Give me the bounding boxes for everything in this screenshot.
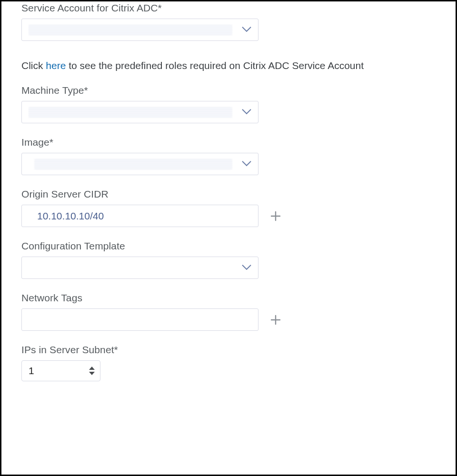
- label-service-account: Service Account for Citrix ADC*: [21, 2, 436, 14]
- chevron-down-icon: [242, 160, 251, 166]
- stepper-down-icon: [89, 371, 95, 376]
- value-origin-cidr: 10.10.10.10/40: [29, 210, 104, 222]
- label-image: Image*: [21, 137, 436, 148]
- label-network-tags: Network Tags: [21, 292, 436, 304]
- helper-prefix: Click: [21, 60, 46, 71]
- redacted-value: [29, 25, 232, 35]
- field-machine-type: Machine Type*: [21, 85, 436, 123]
- redacted-value: [29, 107, 232, 118]
- select-service-account[interactable]: [21, 19, 258, 41]
- label-origin-cidr: Origin Server CIDR: [21, 188, 436, 200]
- chevron-down-icon: [242, 109, 251, 114]
- input-network-tags[interactable]: [21, 308, 258, 331]
- select-image[interactable]: [21, 153, 258, 175]
- chevron-down-icon: [242, 264, 251, 270]
- add-tag-button[interactable]: [270, 314, 281, 326]
- field-network-tags: Network Tags: [21, 292, 436, 331]
- form-panel: Service Account for Citrix ADC* Click he…: [0, 0, 457, 476]
- label-config-template: Configuration Template: [21, 240, 436, 252]
- redacted-value: [34, 159, 232, 169]
- field-ips-subnet: IPs in Server Subnet* 1: [21, 344, 436, 381]
- select-config-template[interactable]: [21, 257, 258, 279]
- label-machine-type: Machine Type*: [21, 85, 436, 96]
- add-cidr-button[interactable]: [270, 210, 281, 222]
- input-origin-cidr[interactable]: 10.10.10.10/40: [21, 205, 258, 227]
- field-origin-cidr: Origin Server CIDR 10.10.10.10/40: [21, 188, 436, 227]
- field-image: Image*: [21, 137, 436, 175]
- helper-text: Click here to see the predefined roles r…: [21, 60, 436, 71]
- stepper-up-icon: [89, 366, 95, 370]
- field-config-template: Configuration Template: [21, 240, 436, 279]
- number-stepper[interactable]: [89, 366, 95, 376]
- select-machine-type[interactable]: [21, 101, 258, 123]
- chevron-down-icon: [242, 26, 251, 32]
- helper-suffix: to see the predefined roles required on …: [66, 60, 364, 71]
- helper-link[interactable]: here: [46, 60, 66, 71]
- input-ips-subnet[interactable]: 1: [21, 360, 100, 381]
- label-ips-subnet: IPs in Server Subnet*: [21, 344, 436, 356]
- field-service-account: Service Account for Citrix ADC*: [21, 2, 436, 41]
- value-ips-subnet: 1: [29, 365, 34, 377]
